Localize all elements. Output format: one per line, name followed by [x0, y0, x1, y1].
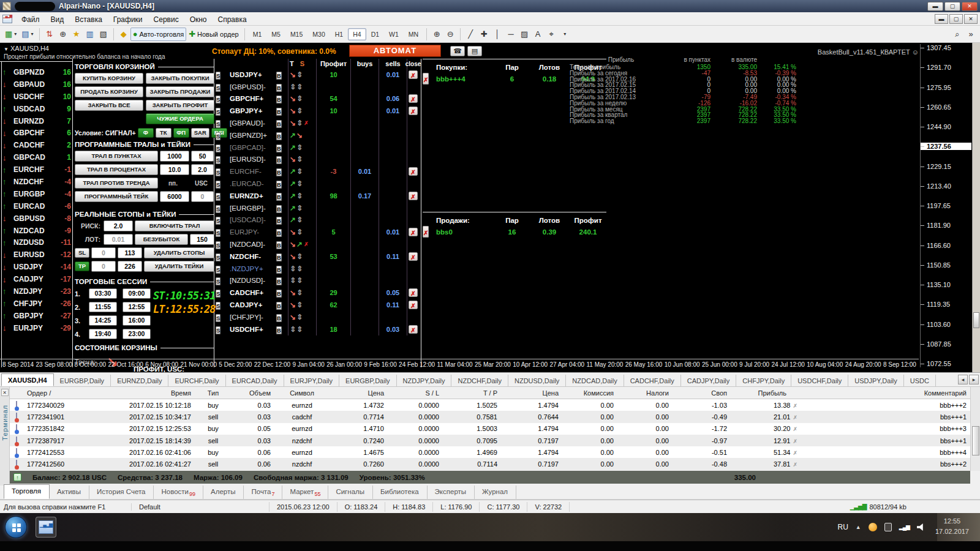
timeframe-button[interactable]: H1 [330, 28, 348, 40]
close-pair-button[interactable] [409, 288, 418, 297]
terminal-tab[interactable]: Маркет55 [282, 485, 328, 499]
session-end-field[interactable]: 23:00 [123, 329, 151, 339]
terminal-tab[interactable]: Новости99 [154, 485, 203, 499]
chart-mdi-icon[interactable] [2, 15, 12, 23]
signal-toggle-button[interactable]: Ф [138, 128, 154, 138]
signal-toggle-button[interactable]: ФП [173, 128, 189, 138]
close-sells-group-button[interactable] [423, 226, 429, 238]
buy-pair-button[interactable]: B [276, 277, 282, 285]
buy-pair-button[interactable]: B [276, 84, 282, 92]
buy-pair-button[interactable]: B [276, 229, 282, 237]
terminal-tab[interactable]: Эксперты [428, 485, 475, 499]
session-end-field[interactable]: 09:00 [123, 288, 151, 299]
session-start-field[interactable]: 03:30 [89, 288, 117, 299]
chart-tab[interactable]: EURGBP,Daily [339, 375, 397, 386]
trail-points-button[interactable]: ТРАЛ В ПУНКТАХ [75, 151, 158, 162]
child-minimize-button[interactable]: ▬ [935, 14, 948, 24]
tab-scroll-left-icon[interactable]: ◂ [958, 375, 968, 384]
sell-pair-button[interactable]: S [216, 314, 221, 322]
breakeven-button[interactable]: БЕЗУБЫТОК [135, 234, 188, 245]
close-button[interactable]: ✕ [962, 2, 978, 11]
col-taxes[interactable]: Налоги [617, 389, 673, 397]
chart-tab[interactable]: NZDJPY,Daily [397, 375, 452, 386]
buy-pair-button[interactable]: B [276, 266, 282, 274]
pair-symbol[interactable]: [NZDUSD]- [227, 277, 276, 284]
buy-pair-button[interactable]: B [276, 302, 282, 310]
sell-pair-button[interactable]: S [216, 72, 221, 80]
buy-pair-button[interactable]: B [276, 326, 282, 334]
buy-pair-button[interactable]: B [276, 314, 282, 322]
watchlist-row[interactable]: EURGBP -4 [2, 188, 71, 200]
close-pair-button[interactable] [409, 228, 418, 236]
pair-symbol[interactable]: EURJPY- [227, 228, 276, 236]
watchlist-row[interactable]: GBPCAD 1 [2, 151, 71, 163]
sell-pair-button[interactable]: S [216, 277, 221, 285]
timeframe-button[interactable]: M15 [285, 28, 307, 40]
sl-field2[interactable]: 113 [118, 247, 142, 258]
trail-percent-field1[interactable]: 10.0 [160, 164, 189, 175]
pair-symbol[interactable]: NZDCHF- [227, 253, 276, 260]
terminal-tab[interactable]: Почта7 [244, 485, 282, 499]
trendline-icon[interactable]: ╱ [464, 28, 477, 41]
order-close-x-icon[interactable]: ✗ [793, 403, 797, 409]
buy-pair-button[interactable]: B [276, 217, 282, 225]
language-indicator[interactable]: RU [838, 523, 848, 531]
menu-item[interactable]: Вставка [69, 14, 108, 25]
chart-tab[interactable]: EURJPY,Daily [284, 375, 340, 386]
buy-pair-button[interactable]: B [276, 253, 282, 261]
sell-pair-button[interactable]: S [216, 205, 221, 213]
sell-pair-button[interactable]: S [216, 84, 221, 92]
watchlist-row[interactable]: GBPUSD -8 [2, 212, 71, 225]
col-swap[interactable]: Своп [673, 389, 731, 397]
terminal-tab[interactable]: Журнал [475, 485, 516, 499]
watchlist-row[interactable]: GBPNZD 16 [2, 66, 71, 78]
buy-basket-button[interactable]: КУПИТЬ КОРЗИНУ [75, 73, 143, 84]
trail-percent-field2[interactable]: 2.0 [191, 164, 214, 175]
timeframe-button[interactable]: D1 [366, 28, 384, 40]
chart-tab[interactable]: NZDCHF,Daily [451, 375, 508, 386]
eraser-icon[interactable]: ◆ [117, 28, 130, 41]
timeframe-button[interactable]: MN [404, 28, 423, 40]
pair-symbol[interactable]: GBPCHF+ [227, 95, 276, 102]
zoom-out-icon[interactable]: ⊖ [443, 28, 457, 41]
zoom-in-icon[interactable]: ⊕ [430, 28, 443, 41]
watchlist-row[interactable]: USDCHF 10 [2, 91, 71, 103]
buy-pair-button[interactable]: B [276, 120, 282, 128]
pair-symbol[interactable]: [EURGBP]- [227, 204, 276, 212]
order-row[interactable]: 1772412553 2017.02.16 02:41:06 buy 0.06 … [10, 446, 970, 458]
taskbar-clock[interactable]: 12:55 17.02.2017 [935, 516, 969, 537]
chart-tab[interactable]: CADCHF,Daily [624, 375, 681, 386]
buy-pair-button[interactable]: B [276, 72, 282, 80]
chart-tab[interactable]: XAUUSD,H4 [1, 373, 54, 386]
col-order[interactable]: Ордер / [23, 389, 85, 397]
chart-tab[interactable]: USDC [904, 375, 936, 386]
buy-pair-button[interactable]: B [276, 193, 282, 201]
breakeven-field[interactable]: 150 [190, 234, 214, 245]
watchlist-row[interactable]: NZDUSD -11 [2, 236, 71, 249]
favorites-icon[interactable]: ★ [70, 28, 83, 41]
sell-pair-button[interactable]: S [216, 253, 221, 261]
terminal-tab[interactable]: Сигналы [328, 485, 373, 499]
pair-symbol[interactable]: USDCHF+ [227, 326, 276, 333]
watchlist-row[interactable]: CADJPY -17 [2, 273, 71, 285]
risk-field[interactable]: 2.0 [104, 220, 133, 231]
close-all-button[interactable]: ЗАКРЫТЬ ВСЕ [75, 100, 143, 111]
pair-symbol[interactable]: [USDCAD]- [227, 216, 276, 223]
watchlist-row[interactable]: USDJPY -14 [2, 261, 71, 273]
pair-symbol[interactable]: .NZDJPY+ [227, 265, 276, 272]
watchlist-row[interactable]: GBPAUD 16 [2, 78, 71, 91]
watchlist-row[interactable]: NZDCHF -4 [2, 176, 71, 188]
close-sells-button[interactable]: ЗАКРЫТЬ ПРОДАЖИ [146, 86, 214, 97]
col-sl[interactable]: S / L [388, 389, 443, 397]
terminal-scrollbar[interactable] [970, 387, 980, 471]
buy-pair-button[interactable]: B [276, 181, 282, 189]
taskbar-app-mt4[interactable] [36, 517, 56, 538]
terminal-tab[interactable]: Активы [50, 485, 89, 499]
fibo-icon[interactable]: ▨ [518, 28, 531, 41]
sell-basket-button[interactable]: ПРОДАТЬ КОРЗИНУ [75, 86, 143, 97]
new-order-button[interactable]: ✚Новый ордер [186, 28, 241, 41]
order-row[interactable]: 1772387917 2017.02.15 18:14:39 sell 0.03… [10, 435, 970, 446]
panel-settings-icon[interactable]: ▤ [467, 46, 482, 56]
watchlist-row[interactable]: NZDCAD -9 [2, 225, 71, 237]
sell-pair-button[interactable]: S [216, 168, 221, 176]
